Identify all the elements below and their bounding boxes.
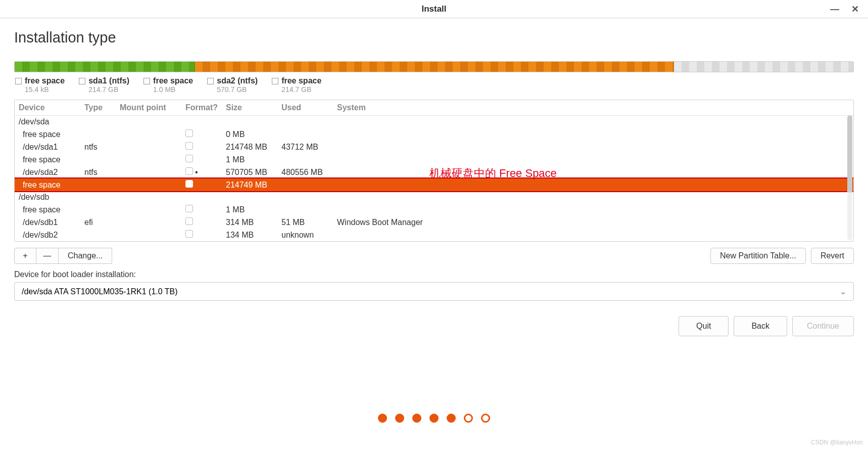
usage-segment bbox=[15, 62, 195, 72]
format-checkbox[interactable] bbox=[185, 155, 193, 162]
legend-name: sda2 (ntfs) bbox=[217, 76, 258, 85]
add-button[interactable]: + bbox=[14, 248, 36, 264]
boot-loader-selected: /dev/sda ATA ST1000LM035-1RK1 (1.0 TB) bbox=[22, 287, 178, 296]
type-cell bbox=[80, 178, 116, 191]
disk-row[interactable]: /dev/sdb bbox=[15, 191, 853, 203]
device-cell: free space bbox=[15, 203, 80, 216]
size-cell: 214748 MB bbox=[222, 141, 277, 153]
close-icon[interactable]: ✕ bbox=[851, 4, 859, 15]
used-cell: 43712 MB bbox=[277, 141, 333, 153]
pager-dot[interactable] bbox=[395, 414, 404, 423]
change-button[interactable]: Change... bbox=[59, 248, 112, 264]
format-checkbox[interactable] bbox=[185, 142, 193, 150]
new-partition-table-button[interactable]: New Partition Table... bbox=[710, 248, 806, 264]
system-cell bbox=[333, 203, 853, 216]
system-cell: Windows Boot Manager bbox=[333, 216, 853, 229]
disk-row[interactable]: /dev/sda bbox=[15, 116, 853, 128]
legend-size: 15.4 kB bbox=[15, 85, 65, 94]
system-cell bbox=[333, 153, 853, 166]
size-cell: 1 MB bbox=[222, 153, 277, 166]
watermark: CSDN @tianyvHon bbox=[811, 439, 863, 446]
format-cell bbox=[181, 128, 222, 141]
mount-cell bbox=[116, 153, 181, 166]
legend-name: sda1 (ntfs) bbox=[88, 76, 129, 85]
format-cell bbox=[181, 166, 222, 178]
pager-dot[interactable] bbox=[464, 414, 473, 423]
used-cell: 51 MB bbox=[277, 216, 333, 229]
page-title: Installation type bbox=[14, 29, 854, 46]
legend-item: free space214.7 GB bbox=[272, 76, 321, 94]
format-cell bbox=[181, 203, 222, 216]
used-cell bbox=[277, 128, 333, 141]
usage-segment bbox=[674, 62, 853, 72]
mount-cell bbox=[116, 216, 181, 229]
legend-size: 1.0 MB bbox=[143, 85, 193, 94]
system-cell bbox=[333, 178, 853, 191]
scrollbar[interactable] bbox=[847, 115, 852, 240]
legend-swatch bbox=[272, 78, 278, 84]
window-title: Install bbox=[421, 4, 446, 14]
pager-dot[interactable] bbox=[378, 414, 387, 423]
pager-dot[interactable] bbox=[429, 414, 439, 423]
system-cell bbox=[333, 229, 853, 241]
format-checkbox[interactable] bbox=[185, 217, 193, 225]
size-cell: 314 MB bbox=[222, 216, 277, 229]
back-button[interactable]: Back bbox=[734, 316, 787, 336]
disk-usage-bar bbox=[14, 61, 854, 72]
boot-loader-select[interactable]: /dev/sda ATA ST1000LM035-1RK1 (1.0 TB) ⌄ bbox=[14, 282, 854, 301]
partition-row[interactable]: free space1 MB bbox=[15, 153, 853, 166]
partition-row[interactable]: /dev/sda1ntfs214748 MB43712 MB bbox=[15, 141, 853, 153]
used-cell bbox=[277, 178, 333, 191]
format-cell bbox=[181, 141, 222, 153]
partition-row[interactable]: /dev/sdb2134 MBunknown bbox=[15, 229, 853, 241]
partition-row[interactable]: /dev/sdb1efi314 MB51 MBWindows Boot Mana… bbox=[15, 216, 853, 229]
partition-edit-group: + — Change... bbox=[14, 248, 112, 264]
used-cell bbox=[277, 153, 333, 166]
minimize-icon[interactable]: — bbox=[830, 4, 839, 15]
partition-row[interactable]: free space1 MB bbox=[15, 203, 853, 216]
legend-item: free space1.0 MB bbox=[143, 76, 193, 94]
system-cell bbox=[333, 141, 853, 153]
pager-dot[interactable] bbox=[481, 414, 490, 423]
device-cell: /dev/sda1 bbox=[15, 141, 80, 153]
col-type: Type bbox=[80, 100, 116, 116]
device-cell: /dev/sda bbox=[15, 116, 853, 128]
format-checkbox[interactable] bbox=[185, 129, 193, 137]
continue-button[interactable]: Continue bbox=[792, 316, 854, 336]
col-mount: Mount point bbox=[116, 100, 181, 116]
col-format: Format? bbox=[181, 100, 222, 116]
pager-dot[interactable] bbox=[447, 414, 456, 423]
type-cell: ntfs bbox=[80, 141, 116, 153]
format-checkbox[interactable] bbox=[185, 167, 193, 175]
remove-button[interactable]: — bbox=[36, 248, 59, 264]
used-cell: unknown bbox=[277, 229, 333, 241]
device-cell: free space bbox=[15, 128, 80, 141]
annotation-text: 机械硬盘中的 Free Space bbox=[429, 166, 557, 181]
format-checkbox[interactable] bbox=[185, 180, 193, 188]
mount-cell bbox=[116, 178, 181, 191]
legend-size: 214.7 GB bbox=[272, 85, 321, 94]
revert-button[interactable]: Revert bbox=[811, 248, 854, 264]
format-cell bbox=[181, 229, 222, 241]
col-used: Used bbox=[277, 100, 333, 116]
partition-row[interactable]: free space0 MB bbox=[15, 128, 853, 141]
pager-dot[interactable] bbox=[412, 414, 421, 423]
mount-cell bbox=[116, 141, 181, 153]
format-cell bbox=[181, 178, 222, 191]
mount-cell bbox=[116, 128, 181, 141]
type-cell bbox=[80, 229, 116, 241]
legend-swatch bbox=[15, 78, 22, 84]
size-cell: 214749 MB bbox=[222, 178, 277, 191]
scrollbar-thumb[interactable] bbox=[847, 115, 852, 193]
size-cell: 1 MB bbox=[222, 203, 277, 216]
used-cell: 480556 MB bbox=[277, 166, 333, 178]
format-checkbox[interactable] bbox=[185, 205, 193, 212]
col-system: System bbox=[333, 100, 853, 116]
format-checkbox[interactable] bbox=[185, 230, 193, 238]
legend-size: 570.7 GB bbox=[207, 85, 258, 94]
type-cell bbox=[80, 128, 116, 141]
legend-item: sda1 (ntfs)214.7 GB bbox=[79, 76, 129, 94]
legend-name: free space bbox=[153, 76, 193, 85]
size-cell: 134 MB bbox=[222, 229, 277, 241]
quit-button[interactable]: Quit bbox=[679, 316, 729, 336]
